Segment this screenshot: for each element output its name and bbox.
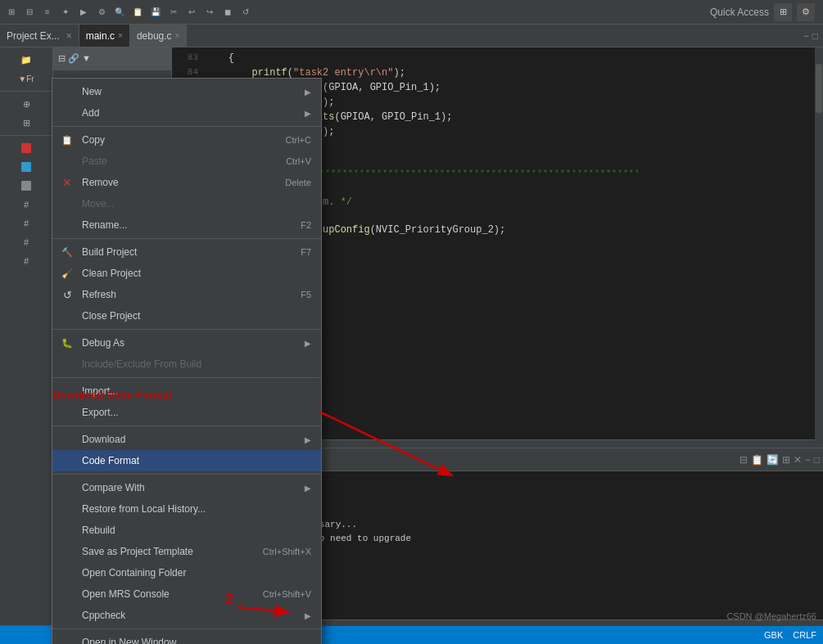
menu-icon-code-format <box>59 453 75 469</box>
menu-label-open-new-window: Open in New Window <box>82 637 176 644</box>
console-action-1[interactable]: ⊟ <box>739 454 748 466</box>
bottom-tab-actions: ⊟ 📋 🔄 ⊞ ✕ − □ <box>739 454 820 466</box>
menu-label-code-format: Code Format <box>82 455 139 466</box>
toolbar-icon-13[interactable]: ◼ <box>219 4 236 20</box>
sidebar-btn-3[interactable]: ⊕ <box>0 95 52 113</box>
console-action-2[interactable]: 📋 <box>751 454 763 466</box>
tab-main-c-close[interactable]: × <box>118 31 123 40</box>
toolbar-icon-3[interactable]: ≡ <box>39 4 56 20</box>
sidebar-btn-4[interactable]: ⊞ <box>0 114 52 132</box>
scrollbar-thumb[interactable] <box>816 64 822 113</box>
menu-label-import: Import... <box>82 385 118 397</box>
menu-item-save-template[interactable]: Save as Project Template Ctrl+Shift+X <box>52 541 321 562</box>
tab-debug-c[interactable]: debug.c × <box>130 25 188 47</box>
menu-item-cppcheck[interactable]: Cppcheck ▶ <box>52 605 321 626</box>
sidebar-icon-2: ▼Fr <box>18 74 34 83</box>
console-action-4[interactable]: ⊞ <box>782 454 790 466</box>
menu-item-rebuild[interactable]: Rebuild <box>52 520 321 541</box>
toolbar-icon-2[interactable]: ⊟ <box>21 4 38 20</box>
menu-shortcut-copy: Ctrl+C <box>286 135 311 145</box>
sidebar-btn-10[interactable]: # <box>0 233 52 251</box>
menu-sep-7 <box>52 628 321 629</box>
menu-item-restore[interactable]: Restore from Local History... <box>52 498 321 520</box>
menu-icon-add <box>59 105 75 121</box>
console-action-3[interactable]: 🔄 <box>766 454 779 466</box>
toolbar-icon-1[interactable]: ⊞ <box>3 4 20 20</box>
menu-item-build[interactable]: 🔨 Build Project F7 <box>52 241 321 263</box>
sidebar-btn-8[interactable]: # <box>0 196 52 214</box>
sidebar-btn-7[interactable] <box>0 177 52 195</box>
menu-item-mrs-console[interactable]: Open MRS Console Ctrl+Shift+V <box>52 583 321 605</box>
menu-icon-open-new-window <box>59 634 75 644</box>
toolbar-icon-6[interactable]: ⚙ <box>93 4 110 20</box>
menu-icon-import <box>59 383 75 399</box>
menu-item-open-new-window[interactable]: Open in New Window <box>52 632 321 644</box>
editor-scrollbar[interactable] <box>815 47 823 448</box>
menu-sep-5 <box>52 426 321 426</box>
menu-item-copy[interactable]: 📋 Copy Ctrl+C <box>52 129 321 151</box>
toolbar-icon-14[interactable]: ↺ <box>237 4 254 20</box>
sidebar-btn-6[interactable] <box>0 158 52 176</box>
menu-item-clean[interactable]: 🧹 Clean Project <box>52 263 321 284</box>
menu-label-close-project: Close Project <box>82 310 140 322</box>
dropdown-icon[interactable]: ▼ <box>82 53 91 64</box>
code-text-83: { <box>205 51 234 65</box>
menu-icon-close-project <box>59 308 75 324</box>
toolbar-icon-8[interactable]: 📋 <box>129 4 146 20</box>
toolbar-icons: ⊞ ⊟ ≡ ✦ ▶ ⚙ 🔍 📋 💾 ✂ ↩ ↪ ◼ ↺ <box>3 4 710 20</box>
toolbar-icon-11[interactable]: ↩ <box>183 4 200 20</box>
tab-debug-c-close[interactable]: × <box>175 31 180 40</box>
menu-item-compare[interactable]: Compare With ▶ <box>52 477 321 498</box>
panel-tab-label[interactable]: Project Ex... × <box>0 25 79 47</box>
menu-label-rebuild: Rebuild <box>82 525 115 536</box>
menu-item-include-exclude: Include/Exclude From Build <box>52 354 321 375</box>
menu-item-code-format[interactable]: Code Format <box>52 450 321 471</box>
menu-item-close-project[interactable]: Close Project <box>52 305 321 327</box>
toolbar-icon-10[interactable]: ✂ <box>165 4 182 20</box>
menu-item-add[interactable]: Add ▶ <box>52 102 321 124</box>
sidebar-section-3: # # # # <box>0 136 52 626</box>
quick-access-icon-2[interactable]: ⚙ <box>797 3 815 21</box>
menu-icon-include-exclude <box>59 356 75 372</box>
menu-icon-clean: 🧹 <box>59 265 75 281</box>
menu-item-import[interactable]: Import... <box>52 381 321 402</box>
menu-label-refresh: Refresh <box>82 289 116 300</box>
sidebar-btn-9[interactable]: # <box>0 214 52 232</box>
menu-arrow-cppcheck: ▶ <box>305 611 311 620</box>
toolbar-icon-5[interactable]: ▶ <box>75 4 92 20</box>
menu-item-export[interactable]: Export... <box>52 402 321 423</box>
menu-label-mrs-console: Open MRS Console <box>82 588 170 600</box>
menu-item-rename[interactable]: Rename... F2 <box>52 214 321 236</box>
sidebar-btn-11[interactable]: # <box>0 252 52 270</box>
panel-tab-close[interactable]: × <box>66 30 72 42</box>
sidebar-btn-2[interactable]: ▼Fr <box>0 70 52 88</box>
sidebar-btn-explorer[interactable]: 📁 <box>0 51 52 69</box>
tab-minimize-icon[interactable]: − <box>803 30 809 42</box>
toolbar-icon-4[interactable]: ✦ <box>57 4 74 20</box>
menu-item-debug-as[interactable]: 🐛 Debug As ▶ <box>52 332 321 354</box>
tab-maximize-icon[interactable]: □ <box>812 30 818 42</box>
menu-item-new[interactable]: New ▶ <box>52 81 321 102</box>
toolbar-icon-12[interactable]: ↪ <box>201 4 218 20</box>
menu-shortcut-paste: Ctrl+V <box>286 156 311 166</box>
panel-tab-text: Project Ex... <box>7 30 60 42</box>
tab-main-c[interactable]: main.c × <box>79 25 130 47</box>
console-minimize[interactable]: − <box>805 454 811 466</box>
menu-label-add: Add <box>82 107 99 119</box>
link-icon[interactable]: 🔗 <box>68 53 79 64</box>
menu-item-remove[interactable]: ✕ Remove Delete <box>52 172 321 193</box>
red-indicator <box>21 143 31 153</box>
sidebar-btn-5[interactable] <box>0 139 52 157</box>
menu-item-open-folder[interactable]: Open Containing Folder <box>52 562 321 583</box>
console-action-5[interactable]: ✕ <box>794 454 802 466</box>
console-maximize[interactable]: □ <box>814 454 820 466</box>
quick-access-icon-1[interactable]: ⊞ <box>774 3 792 21</box>
menu-label-download: Download <box>82 434 125 445</box>
explorer-icon: 📁 <box>20 55 32 65</box>
toolbar-icon-7[interactable]: 🔍 <box>111 4 128 20</box>
toolbar-icon-9[interactable]: 💾 <box>147 4 164 20</box>
collapse-icon[interactable]: ⊟ <box>58 53 66 64</box>
menu-item-download[interactable]: Download ▶ <box>52 429 321 450</box>
menu-item-refresh[interactable]: ↺ Refresh F5 <box>52 284 321 305</box>
status-line-endings: CRLF <box>793 630 816 640</box>
